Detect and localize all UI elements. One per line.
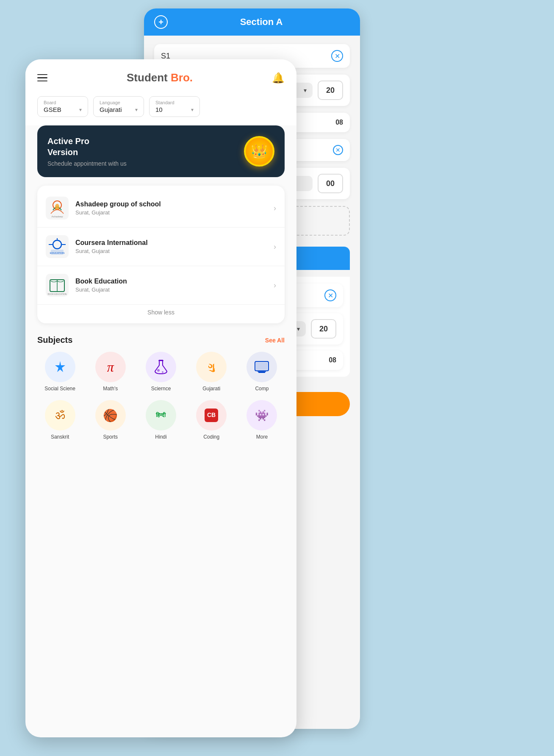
front-card: Student Bro. 🔔 Board GSEB ▾ Language Guj… (25, 59, 296, 737)
sports-label: Sports (103, 434, 118, 440)
app-header: Student Bro. 🔔 (25, 59, 296, 91)
close-extra-button[interactable]: ✕ (333, 145, 343, 155)
close-s1-b-button[interactable]: ✕ (324, 289, 336, 301)
coursera-location: Surat, Gujarat (75, 248, 267, 254)
standard-filter-label: Standard (155, 100, 194, 105)
sanskrit-icon: ॐ (45, 400, 75, 431)
maths-label: Math's (103, 386, 118, 392)
close-s1-button[interactable]: ✕ (331, 50, 343, 62)
book-location: Surat, Gujarat (75, 286, 267, 293)
logo-bro-text: Bro. (171, 71, 193, 84)
logo-student-text: Student (127, 71, 171, 84)
svg-text:EDUCATION: EDUCATION (50, 252, 65, 254)
language-dropdown[interactable]: Language Gujarati ▾ (93, 96, 144, 117)
ashadeep-arrow-icon: › (274, 204, 276, 213)
school-item-ashadeep[interactable]: Ashadeep Ashadeep group of school Surat,… (37, 189, 285, 228)
coding-icon: CB (196, 400, 227, 431)
subject-sports[interactable]: 🏀 Sports (88, 400, 133, 440)
subject-maths[interactable]: π Math's (88, 352, 133, 392)
subjects-row-2: ॐ Sanskrit 🏀 Sports हिन्दी Hindi (37, 400, 285, 440)
book-info: Book Education Surat, Gujarat (75, 278, 267, 293)
ashadeep-logo: Ashadeep (46, 197, 69, 220)
svg-text:Ashadeep: Ashadeep (51, 215, 63, 218)
coursera-arrow-icon: › (274, 242, 276, 251)
svg-point-1 (55, 204, 59, 210)
social-science-label: Social Sciene (44, 386, 75, 392)
hamburger-line-3 (37, 81, 47, 82)
svg-point-3 (53, 240, 61, 249)
pro-subtitle: Schedule appointment with us (47, 160, 127, 167)
sports-icon: 🏀 (95, 400, 126, 431)
svg-point-13 (162, 371, 163, 373)
questions-b-value: 08 (329, 356, 336, 364)
marks-b-box: 20 (311, 319, 336, 339)
notification-bell-icon[interactable]: 🔔 (272, 72, 285, 84)
language-chevron-icon: ▾ (135, 107, 138, 113)
svg-point-12 (157, 369, 160, 372)
ashadeep-location: Surat, Gujarat (75, 209, 267, 216)
standard-chevron-icon: ▾ (191, 107, 194, 113)
board-chevron-icon: ▾ (79, 107, 82, 113)
svg-text:BOOK EDUCATION: BOOK EDUCATION (48, 293, 67, 295)
book-logo: BOOK EDUCATION (46, 274, 69, 297)
crown-icon: 👑 (251, 143, 268, 159)
pro-text-block: Active Pro Version Schedule appointment … (47, 136, 127, 167)
subject-comp[interactable]: Comp (239, 352, 285, 392)
subject-coding[interactable]: CB Coding (189, 400, 234, 440)
more-icon: 👾 (247, 400, 277, 431)
sanskrit-label: Sanskrit (51, 434, 69, 440)
close-b-icon: ✕ (328, 292, 333, 300)
board-dropdown[interactable]: Board GSEB ▾ (37, 96, 88, 117)
see-all-button[interactable]: See All (265, 337, 285, 344)
subjects-row-1: Social Sciene π Math's Sciernce (37, 352, 285, 392)
coding-label: Coding (203, 434, 219, 440)
language-filter-value: Gujarati ▾ (100, 106, 138, 113)
app-logo: Student Bro. (127, 71, 193, 84)
subject-science[interactable]: Sciernce (138, 352, 183, 392)
coursera-name: Coursera International (75, 239, 267, 247)
subject-social-science[interactable]: Social Sciene (37, 352, 83, 392)
comp-label: Comp (255, 386, 269, 392)
subjects-section: Subjects See All Social Sciene π Math's (25, 332, 296, 440)
show-less-button[interactable]: Show less (37, 305, 285, 320)
hamburger-line-1 (37, 74, 47, 75)
hamburger-menu[interactable] (37, 74, 47, 82)
section-a-title: Section A (173, 17, 350, 28)
subject-more[interactable]: 👾 More (239, 400, 285, 440)
language-filter-label: Language (100, 100, 138, 105)
filter-row: Board GSEB ▾ Language Gujarati ▾ Standar… (25, 91, 296, 125)
svg-rect-16 (256, 362, 268, 370)
gujarati-label: Gujarati (202, 386, 220, 392)
subjects-header: Subjects See All (37, 335, 285, 345)
maths-icon: π (95, 352, 126, 382)
svg-text:CB: CB (207, 411, 216, 418)
standard-filter-value: 10 ▾ (155, 106, 194, 113)
add-section-button[interactable]: + (154, 15, 168, 29)
science-icon (146, 352, 176, 382)
board-filter-value: GSEB ▾ (44, 106, 82, 113)
hindi-label: Hindi (155, 434, 166, 440)
marks-b-value: 20 (319, 325, 328, 334)
book-arrow-icon: › (274, 281, 276, 290)
marks-value: 20 (326, 86, 335, 95)
ashadeep-info: Ashadeep group of school Surat, Gujarat (75, 200, 267, 216)
school-item-book[interactable]: BOOK EDUCATION Book Education Surat, Guj… (37, 266, 285, 305)
subject-gujarati[interactable]: ગુ Gujarati (189, 352, 234, 392)
hindi-icon: हिन्दी (146, 400, 176, 431)
number-box-2: 00 (318, 174, 343, 193)
chevron-down-icon: ▾ (304, 87, 307, 94)
subject-sanskrit[interactable]: ॐ Sanskrit (37, 400, 83, 440)
subject-hindi[interactable]: हिन्दी Hindi (138, 400, 183, 440)
pro-title: Active Pro Version (47, 136, 127, 158)
pro-version-card[interactable]: Active Pro Version Schedule appointment … (37, 125, 285, 177)
social-science-icon (45, 352, 75, 382)
schools-card: Ashadeep Ashadeep group of school Surat,… (37, 186, 285, 323)
standard-dropdown[interactable]: Standard 10 ▾ (149, 96, 200, 117)
svg-rect-14 (158, 360, 163, 361)
coursera-info: Coursera International Surat, Gujarat (75, 239, 267, 254)
more-label: More (256, 434, 268, 440)
school-item-coursera[interactable]: EDUCATION Coursera International Surat, … (37, 228, 285, 266)
ashadeep-name: Ashadeep group of school (75, 200, 267, 208)
plus-icon: + (158, 17, 163, 27)
close-icon: ✕ (335, 52, 340, 60)
